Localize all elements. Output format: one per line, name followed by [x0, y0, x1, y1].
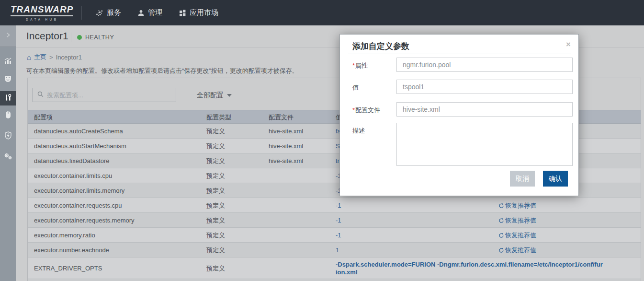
health-status-label: HEALTHY	[85, 34, 114, 41]
config-type: 预定义	[206, 124, 225, 139]
title-separator	[71, 33, 71, 42]
restore-default-link[interactable]: 恢复推荐值	[498, 228, 536, 243]
navbar-menu: 服务 管理 应用市场	[96, 0, 218, 25]
conf-file-field[interactable]	[396, 102, 573, 117]
sidebar-item-roles[interactable]	[0, 72, 16, 87]
cancel-button[interactable]: 取消	[510, 171, 535, 187]
logo-sub-text: DATA HUB	[11, 18, 73, 21]
search-box[interactable]	[33, 88, 176, 102]
table-row[interactable]: executor.container.requests.cpu 预定义 -1 恢…	[28, 198, 641, 213]
gears-icon	[4, 152, 12, 162]
sidebar-item-security[interactable]	[0, 129, 16, 144]
config-type: 预定义	[206, 213, 225, 228]
required-asterisk: *	[352, 106, 355, 114]
config-name: executor.container.requests.cpu	[34, 198, 122, 213]
config-type: 预定义	[206, 168, 225, 183]
config-value: -Dspark.scheduler.mode=FURION -Dngmr.fur…	[336, 258, 604, 276]
nav-item-services[interactable]: 服务	[96, 8, 121, 17]
config-value: -1	[336, 198, 623, 213]
config-type: 预定义	[206, 198, 225, 213]
nav-item-label: 服务	[107, 8, 121, 17]
close-icon[interactable]: ×	[566, 40, 571, 49]
restore-default-link[interactable]: 恢复推荐值	[498, 198, 536, 213]
services-cluster-icon	[96, 9, 103, 17]
table-row[interactable]: executor.container.requests.memory 预定义 -…	[28, 213, 641, 228]
modal-title: 添加自定义参数	[352, 41, 409, 52]
config-type: 预定义	[206, 153, 225, 168]
page-description: 可在本页编辑服务的配置。修改或者增加配置项后请点击“保存更改”按钮，更改的配置项…	[26, 67, 298, 75]
col-header-type: 配置类型	[206, 110, 231, 124]
person-icon	[137, 9, 145, 17]
config-value: -1	[336, 228, 623, 243]
config-name: executor.memory.ratio	[34, 228, 95, 243]
filter-label: 全部配置	[197, 91, 224, 100]
config-value: -1	[336, 213, 623, 228]
chevron-down-icon	[227, 94, 232, 97]
config-filter-dropdown[interactable]: 全部配置	[197, 91, 232, 100]
home-icon[interactable]: ⌂	[27, 53, 31, 61]
config-name: EXTRA_DRIVER_OPTS	[34, 258, 102, 279]
required-asterisk: *	[352, 62, 355, 69]
tools-icon	[4, 94, 12, 104]
property-field[interactable]	[396, 58, 573, 72]
sidebar-item-dashboard[interactable]	[0, 55, 16, 70]
search-icon	[37, 91, 44, 99]
nav-item-label: 应用市场	[190, 8, 218, 17]
page-title: Inceptor1	[26, 30, 68, 42]
mouse-icon	[5, 111, 11, 121]
nav-item-admin[interactable]: 管理	[137, 8, 162, 17]
config-type: 预定义	[206, 139, 225, 153]
navbar-separator	[81, 6, 82, 20]
modal-title-divider	[348, 54, 571, 54]
nav-item-label: 管理	[148, 8, 162, 17]
left-sidebar	[0, 25, 16, 281]
config-file: hive-site.xml	[269, 124, 303, 139]
value-field[interactable]	[396, 80, 573, 94]
config-name: datanucleus.fixedDatastore	[34, 153, 110, 168]
logo-main-text: TRANSWARP	[11, 4, 73, 16]
config-file: hive-site.xml	[269, 153, 303, 168]
config-name: datanucleus.autoStartMechanism	[34, 139, 126, 153]
config-type: 预定义	[206, 258, 225, 279]
config-type: 预定义	[206, 228, 225, 243]
config-type: 预定义	[206, 243, 225, 258]
restore-default-link[interactable]: 恢复推荐值	[498, 243, 536, 258]
col-header-file: 配置文件	[269, 110, 294, 124]
table-row[interactable]: executor.number.eachnode 预定义 1 恢复推荐值	[28, 243, 641, 258]
breadcrumb-home-link[interactable]: 主页	[34, 53, 46, 61]
nav-item-app-market[interactable]: 应用市场	[179, 8, 218, 17]
search-input[interactable]	[47, 92, 167, 99]
sidebar-item-configuration[interactable]	[0, 91, 16, 105]
breadcrumb-current: Inceptor1	[56, 54, 82, 61]
chart-icon	[4, 57, 12, 67]
config-name: datanucleus.autoCreateSchema	[34, 124, 123, 139]
sidebar-item-settings[interactable]	[0, 150, 16, 164]
mask-icon	[4, 75, 12, 84]
table-row[interactable]	[28, 279, 641, 281]
breadcrumb-separator: >	[49, 54, 53, 61]
config-file: hive-site.xml	[269, 139, 303, 153]
config-name: executor.number.eachnode	[34, 243, 109, 258]
table-row[interactable]: executor.memory.ratio 预定义 -1 恢复推荐值	[28, 228, 641, 243]
confirm-button[interactable]: 确认	[543, 171, 568, 187]
app-grid-icon	[179, 9, 186, 17]
config-value: 1	[336, 243, 623, 258]
description-field-label: 描述	[352, 127, 365, 135]
shield-bolt-icon	[4, 131, 12, 141]
table-row[interactable]: EXTRA_DRIVER_OPTS 预定义 -Dspark.scheduler.…	[28, 258, 641, 279]
config-name: executor.container.limits.cpu	[34, 168, 112, 183]
add-custom-parameter-modal: 添加自定义参数 × *属性 值 *配置文件 描述 取消 确认	[339, 34, 579, 196]
config-name: executor.container.requests.memory	[34, 213, 135, 228]
transwarp-logo[interactable]: TRANSWARP DATA HUB	[11, 4, 73, 21]
sidebar-item-operations[interactable]	[0, 108, 16, 123]
description-field[interactable]	[396, 123, 573, 166]
sidebar-expand-button[interactable]	[0, 25, 16, 47]
conf-file-field-label: *配置文件	[352, 106, 380, 115]
col-header-name: 配置项	[34, 110, 53, 124]
config-name: executor.container.limits.memory	[34, 183, 124, 198]
breadcrumb: ⌂ 主页 > Inceptor1	[27, 53, 82, 61]
top-navbar: TRANSWARP DATA HUB 服务 管理	[0, 0, 644, 25]
config-type: 预定义	[206, 183, 225, 198]
value-field-label: 值	[352, 83, 359, 92]
restore-default-link[interactable]: 恢复推荐值	[498, 213, 536, 228]
